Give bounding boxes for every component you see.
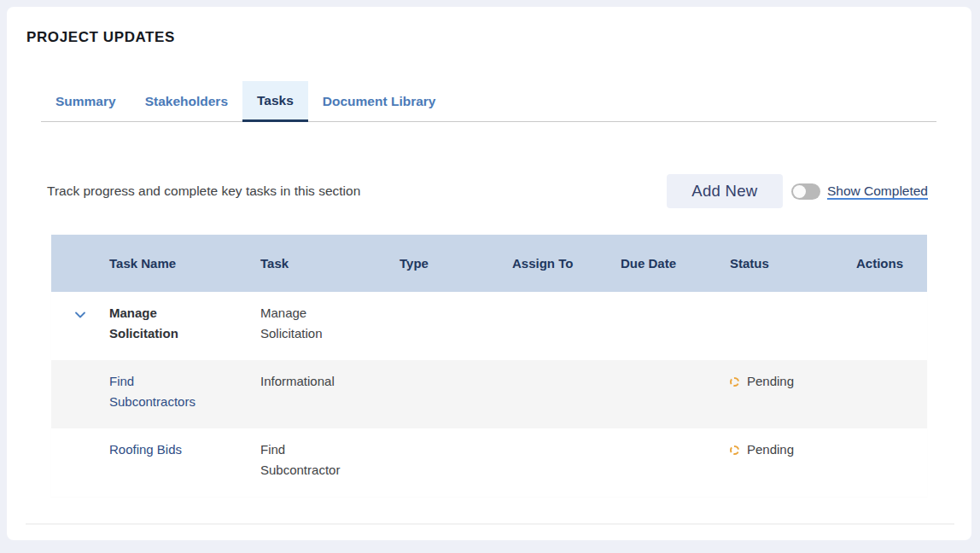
tab-tasks[interactable]: Tasks bbox=[242, 81, 308, 122]
task-table: Task Name Task Type Assign To Due Date S… bbox=[51, 235, 927, 497]
assign-to-cell bbox=[512, 303, 621, 352]
column-header-status: Status bbox=[730, 256, 856, 271]
tasks-toolbar: Track progress and complete key tasks in… bbox=[7, 174, 971, 208]
column-header-task-name: Task Name bbox=[109, 256, 260, 271]
show-completed-toggle[interactable] bbox=[791, 183, 820, 200]
task-name-link[interactable]: Roofing Bids bbox=[109, 439, 182, 460]
column-header-type: Type bbox=[400, 256, 512, 271]
status-badge: Pending bbox=[730, 371, 856, 392]
table-row: Manage Solicitation Manage Solicitation bbox=[51, 292, 927, 360]
actions-cell bbox=[856, 439, 927, 488]
status-cell: Pending bbox=[730, 439, 856, 488]
due-date-cell bbox=[621, 371, 730, 420]
type-cell bbox=[400, 439, 512, 488]
assign-to-cell bbox=[512, 439, 621, 488]
add-new-button[interactable]: Add New bbox=[667, 174, 783, 208]
column-header-due-date: Due Date bbox=[621, 256, 730, 271]
actions-cell bbox=[856, 371, 927, 420]
expander-cell bbox=[51, 439, 109, 488]
column-header-task: Task bbox=[260, 256, 400, 271]
show-completed-control: Show Completed bbox=[791, 183, 928, 200]
toggle-knob-icon bbox=[793, 185, 806, 198]
chevron-down-icon[interactable] bbox=[72, 306, 89, 323]
status-label: Pending bbox=[747, 371, 794, 392]
task-name-cell: Manage Solicitation bbox=[109, 303, 260, 352]
status-label: Pending bbox=[747, 439, 794, 460]
table-row: Find Subcontractors Informational Pendin… bbox=[51, 360, 927, 428]
task-cell: Find Subcontractor bbox=[260, 439, 400, 488]
assign-to-cell bbox=[512, 371, 621, 420]
show-completed-link[interactable]: Show Completed bbox=[827, 183, 928, 199]
column-header-actions: Actions bbox=[856, 256, 927, 271]
task-value: Manage Solicitation bbox=[260, 303, 353, 344]
page-title: PROJECT UPDATES bbox=[26, 29, 971, 46]
pending-spinner-icon bbox=[730, 377, 739, 387]
task-cell: Manage Solicitation bbox=[260, 303, 400, 352]
task-table-header: Task Name Task Type Assign To Due Date S… bbox=[51, 235, 927, 292]
task-name-link[interactable]: Find Subcontractors bbox=[109, 371, 205, 412]
pending-spinner-icon bbox=[730, 445, 739, 455]
status-badge: Pending bbox=[730, 439, 856, 460]
table-row: Roofing Bids Find Subcontractor Pending bbox=[51, 428, 927, 497]
task-value: Find Subcontractor bbox=[260, 439, 353, 480]
tab-strip: Summary Stakeholders Tasks Document Libr… bbox=[41, 81, 936, 122]
task-name-link: Manage Solicitation bbox=[109, 303, 205, 344]
tab-document-library[interactable]: Document Library bbox=[308, 81, 451, 122]
column-header-assign-to: Assign To bbox=[512, 256, 621, 271]
bottom-divider bbox=[26, 523, 954, 525]
due-date-cell bbox=[621, 439, 730, 488]
task-cell: Informational bbox=[260, 371, 400, 420]
task-name-cell: Roofing Bids bbox=[109, 439, 260, 488]
due-date-cell bbox=[621, 303, 730, 352]
expander-cell bbox=[51, 303, 109, 352]
task-value: Informational bbox=[260, 371, 335, 392]
tab-summary[interactable]: Summary bbox=[41, 81, 131, 122]
status-cell: Pending bbox=[730, 371, 856, 420]
actions-cell bbox=[856, 303, 927, 352]
project-updates-panel: PROJECT UPDATES Summary Stakeholders Tas… bbox=[7, 7, 971, 540]
expander-cell bbox=[51, 371, 109, 420]
section-description: Track progress and complete key tasks in… bbox=[47, 183, 667, 199]
tab-stakeholders[interactable]: Stakeholders bbox=[131, 81, 242, 122]
type-cell bbox=[400, 303, 512, 352]
task-name-cell: Find Subcontractors bbox=[109, 371, 260, 420]
type-cell bbox=[400, 371, 512, 420]
task-table-body: Manage Solicitation Manage Solicitation … bbox=[51, 292, 927, 497]
status-cell bbox=[730, 303, 856, 352]
